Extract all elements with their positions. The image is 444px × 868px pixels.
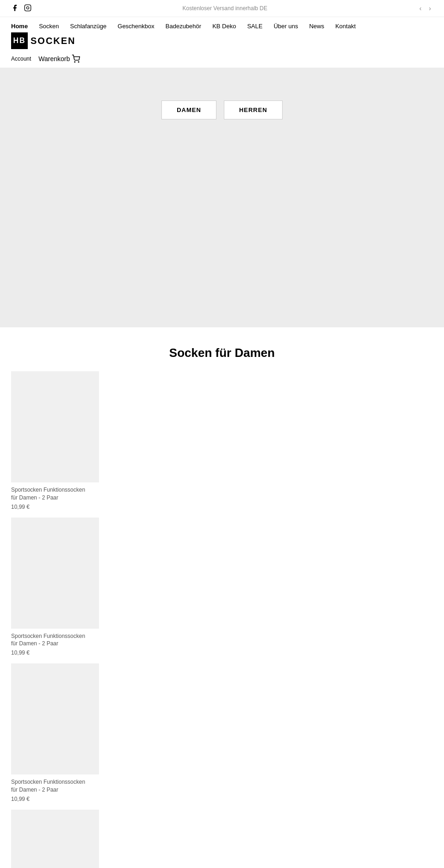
logo-icon: HB [11, 32, 28, 49]
facebook-icon[interactable] [11, 4, 19, 12]
prev-arrow-button[interactable]: ‹ [418, 4, 424, 13]
nav-item-geschenkbox[interactable]: Geschenkbox [117, 23, 154, 30]
nav-item-home[interactable]: Home [11, 23, 28, 30]
nav-item-news[interactable]: News [309, 23, 324, 30]
account-link[interactable]: Account [11, 56, 31, 62]
product-title-1: Sportsocken Funktionssocken für Damen - … [11, 632, 91, 648]
logo-text: SOCKEN [31, 36, 76, 46]
logo-row: HB SOCKEN [0, 30, 444, 53]
product-price-1: 10,99 € [11, 649, 91, 656]
product-card-0[interactable]: Sportsocken Funktionssocken für Damen - … [11, 371, 91, 510]
cart-wrap[interactable]: Warenkorb [38, 55, 80, 63]
nav-item-kb-deko[interactable]: KB Deko [212, 23, 236, 30]
nav-item-schlafanzüge[interactable]: Schlafanzüge [70, 23, 107, 30]
instagram-icon[interactable] [24, 4, 32, 12]
product-title-2: Sportsocken Funktionssocken für Damen - … [11, 778, 91, 794]
shipping-text: Kostenloser Versand innerhalb DE [32, 5, 418, 12]
product-image-0 [11, 371, 99, 482]
damen-button[interactable]: DAMEN [161, 100, 216, 119]
svg-point-3 [79, 62, 80, 62]
nav-item-kontakt[interactable]: Kontakt [335, 23, 356, 30]
nav-item-badezubehör[interactable]: Badezubehör [166, 23, 201, 30]
nav-item-über-uns[interactable]: Über uns [274, 23, 298, 30]
top-bar-nav: ‹ › [418, 4, 433, 13]
top-bar: Kostenloser Versand innerhalb DE ‹ › [0, 0, 444, 17]
hero-section: DAMEN HERREN [0, 68, 444, 327]
hero-buttons: DAMEN HERREN [161, 100, 283, 119]
cart-icon [72, 55, 80, 63]
product-card-2[interactable]: Sportsocken Funktionssocken für Damen - … [11, 663, 91, 802]
account-row: Account Warenkorb [0, 53, 444, 68]
product-price-0: 10,99 € [11, 504, 91, 510]
herren-button[interactable]: HERREN [224, 100, 283, 119]
svg-point-2 [74, 62, 75, 62]
section-title: Socken für Damen [0, 346, 444, 360]
next-arrow-button[interactable]: › [427, 4, 433, 13]
nav-item-socken[interactable]: Socken [39, 23, 59, 30]
logo[interactable]: HB SOCKEN [11, 32, 76, 49]
product-card-1[interactable]: Sportsocken Funktionssocken für Damen - … [11, 518, 91, 656]
main-nav: HomeSockenSchlafanzügeGeschenkboxBadezub… [0, 17, 444, 30]
nav-item-sale[interactable]: SALE [247, 23, 262, 30]
product-image-3 [11, 810, 99, 868]
product-price-2: 10,99 € [11, 796, 91, 802]
product-image-2 [11, 663, 99, 774]
product-image-1 [11, 518, 99, 629]
product-title-0: Sportsocken Funktionssocken für Damen - … [11, 486, 91, 502]
product-card-3[interactable]: Sportsocken Multifunktionssocken Kurzssc… [11, 810, 91, 868]
products-grid: Sportsocken Funktionssocken für Damen - … [0, 371, 102, 868]
cart-label: Warenkorb [38, 55, 70, 62]
svg-rect-0 [25, 5, 31, 11]
social-links [11, 4, 32, 12]
